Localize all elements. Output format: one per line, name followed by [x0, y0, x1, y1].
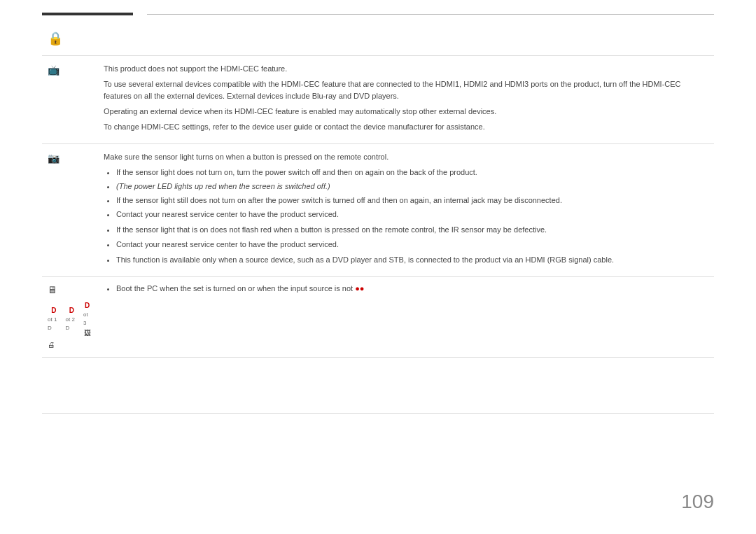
list-item: Contact your nearest service center to h…: [116, 239, 708, 251]
tv-icon: 📺: [48, 64, 59, 76]
sensor-bullet-group-1: If the sensor light does not turn on, tu…: [116, 167, 708, 220]
text-cell-hdmi: This product does not support the HDMI-C…: [98, 56, 714, 144]
text-cell-lock: [98, 22, 714, 56]
text-cell-sensor: Make sure the sensor light turns on when…: [98, 144, 714, 276]
list-item: (The power LED lights up red when the sc…: [116, 181, 708, 192]
icon-cell-boot: 🖥 D ot 1 D D ot 2 D D: [42, 276, 98, 357]
top-bar-accent: [42, 13, 133, 15]
table-row: 🖥 D ot 1 D D ot 2 D D: [42, 276, 714, 357]
icon-cell-sensor: 📷: [42, 144, 98, 276]
sensor-bullet-group-3: This function is available only when a s…: [116, 254, 708, 266]
list-item: If the sensor light that is on does not …: [116, 224, 708, 236]
main-content: 🔒 📺 This product does not support the HD…: [0, 22, 756, 414]
list-item: If the sensor light does not turn on, tu…: [116, 167, 708, 178]
sensor-intro: Make sure the sensor light turns on when…: [104, 151, 708, 163]
boot-sub-icon: 🖨: [48, 339, 92, 350]
boot-icon-group: 🖥 D ot 1 D D ot 2 D D: [48, 283, 92, 350]
dot2-block: D ot 2 D: [66, 305, 78, 332]
hdmi-para-1: This product does not support the HDMI-C…: [104, 63, 708, 75]
boot-bullet-text: Boot the PC when the set is turned on or…: [116, 284, 353, 293]
top-bar: [0, 0, 756, 15]
list-item: If the sensor light still does not turn …: [116, 195, 708, 206]
content-table: 🔒 📺 This product does not support the HD…: [42, 22, 714, 414]
text-cell-empty: [98, 357, 714, 413]
table-row: 📺 This product does not support the HDMI…: [42, 56, 714, 144]
dot3-img: 🖼: [84, 328, 91, 338]
red-dots: ●●: [355, 284, 364, 293]
dot1-label: ot 1 D: [48, 316, 60, 332]
lock-icon: 🔒: [48, 31, 63, 45]
boot-bullet-list: Boot the PC when the set is turned on or…: [116, 283, 708, 295]
dot3-icon: D: [85, 300, 90, 311]
hdmi-para-2: To use several external devices compatib…: [104, 78, 708, 102]
page-number: 109: [681, 491, 714, 513]
icon-cell-lock: 🔒: [42, 22, 98, 56]
table-row-empty: [42, 357, 714, 413]
table-row: 🔒: [42, 22, 714, 56]
dot3-block: D ot 3 🖼: [83, 300, 91, 338]
monitor-icon: 🖥: [48, 283, 92, 297]
list-item: This function is available only when a s…: [116, 254, 708, 266]
sensor-icon: 📷: [48, 153, 59, 164]
sensor-bullet-group-2: If the sensor light that is on does not …: [116, 224, 708, 250]
page-container: 🔒 📺 This product does not support the HD…: [0, 0, 756, 534]
dot1-block: D ot 1 D: [48, 305, 60, 332]
hdmi-para-3: Operating an external device when its HD…: [104, 106, 708, 118]
hdmi-para-4: To change HDMI-CEC settings, refer to th…: [104, 121, 708, 133]
dot2-label: ot 2 D: [66, 316, 78, 332]
dot2-icon: D: [69, 305, 74, 316]
icon-cell-empty: [42, 357, 98, 413]
list-item: Boot the PC when the set is turned on or…: [116, 283, 708, 295]
text-cell-boot: Boot the PC when the set is turned on or…: [98, 276, 714, 357]
icon-cell-hdmi: 📺: [42, 56, 98, 144]
table-row: 📷 Make sure the sensor light turns on wh…: [42, 144, 714, 276]
hdmi-icon-row: D ot 1 D D ot 2 D D ot 3 🖼: [48, 300, 92, 338]
dot1-icon: D: [51, 305, 56, 316]
top-bar-line: [147, 14, 714, 15]
list-item: Contact your nearest service center to h…: [116, 209, 708, 220]
dot3-label: ot 3: [83, 311, 91, 328]
